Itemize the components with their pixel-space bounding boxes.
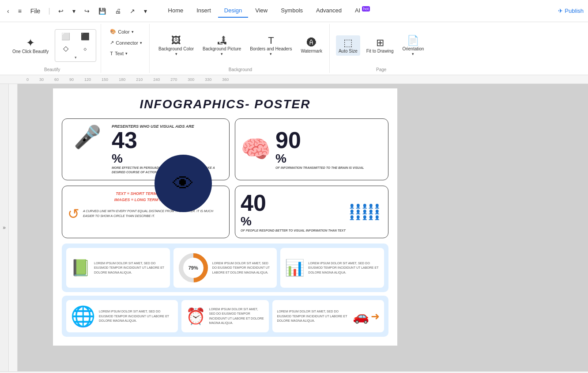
- ribbon-format-section: 🎨 Color ▾ ↗ Connector ▾ T Text ▾: [103, 24, 150, 73]
- beautify-label: One Click Beautify: [12, 49, 49, 54]
- shape-more-btn[interactable]: ▾: [57, 55, 94, 60]
- tab-advanced[interactable]: Advanced: [310, 4, 348, 17]
- shape-btn-2[interactable]: ⬛: [76, 31, 94, 42]
- menu-button[interactable]: ≡: [15, 6, 24, 16]
- person-10: 👤: [374, 209, 380, 214]
- shape-btn-4[interactable]: ⬦: [76, 43, 94, 53]
- print-button[interactable]: 🖨: [112, 6, 124, 16]
- file-button[interactable]: File: [28, 6, 43, 16]
- poster: INFOGRAPHICS- POSTER 🎤 Presenters who us…: [53, 88, 397, 346]
- bg-picture-label: Background Picture: [203, 46, 241, 52]
- one-click-beautify-button[interactable]: ✦ One Click Beautify: [8, 35, 53, 56]
- person-6: 👤: [349, 209, 354, 214]
- network-card: 🌐 LOREM IPSUM DOLOR SIT AMET, SED DO EIU…: [66, 300, 178, 332]
- book-icon: 📗: [71, 259, 90, 277]
- donut-percent: 79%: [188, 265, 198, 270]
- ruler-mark-6: 180: [119, 77, 125, 82]
- export-button[interactable]: ↗: [127, 6, 138, 16]
- orientation-label: Orientation: [402, 46, 424, 52]
- eye-symbol: 👁: [173, 171, 194, 196]
- people-grid: 👤 👤 👤 👤 👤 👤 👤 👤 👤 👤 👤 👤 👤 👤: [349, 204, 380, 220]
- background-picture-button[interactable]: 🏞 Background Picture ▾: [200, 33, 244, 58]
- fit-drawing-button[interactable]: ⊞ Fit to Drawing: [364, 35, 396, 56]
- donut-text: LOREM IPSUM DOLOR SIT AMET, SED DO EIUSM…: [212, 261, 273, 275]
- status-bar: [0, 371, 588, 373]
- tab-symbols[interactable]: Symbols: [275, 4, 309, 17]
- stat90-number: 90: [275, 127, 301, 153]
- color-icon: 🎨: [110, 29, 116, 34]
- more-button[interactable]: ▾: [141, 6, 150, 16]
- stat40-percent: %: [241, 214, 346, 228]
- clock-card: ⏰ LOREM IPSUM DOLOR SIT AMET, SED DO EIU…: [181, 300, 269, 332]
- orientation-button[interactable]: 📄 Orientation ▾: [400, 33, 426, 58]
- ruler-mark-0: 0: [26, 77, 29, 82]
- beautify-icon: ✦: [26, 37, 35, 49]
- undo-dropdown[interactable]: ▾: [70, 6, 78, 16]
- title-bar: ‹ ≡ File | ↩ ▾ ↪ 💾 🖨 ↗ ▾ Home Insert Des…: [0, 0, 588, 22]
- person-9: 👤: [368, 209, 373, 214]
- stat90-desc: Of information transmitted to the brain …: [275, 166, 364, 170]
- person-3: 👤: [362, 204, 367, 209]
- back-button[interactable]: ‹: [4, 6, 12, 16]
- save-button[interactable]: 💾: [96, 6, 109, 16]
- ruler-mark-9: 270: [170, 77, 177, 82]
- text-label: Text: [115, 51, 124, 56]
- color-label: Color: [118, 29, 129, 34]
- network-text: LOREM IPSUM DOLOR SIT AMET, SED DO EIUSM…: [99, 309, 173, 324]
- borders-headers-button[interactable]: T Borders and Headers ▾: [247, 33, 294, 58]
- tab-home[interactable]: Home: [162, 4, 190, 17]
- background-color-button[interactable]: 🖼 Background Color ▾: [156, 33, 196, 58]
- text-icon: T: [110, 51, 113, 56]
- person-4: 👤: [368, 204, 373, 209]
- text-button[interactable]: T Text ▾: [107, 49, 130, 57]
- undo-button[interactable]: ↩: [56, 6, 66, 16]
- clock-icon: ⏰: [186, 307, 206, 326]
- person-7: 👤: [355, 209, 361, 214]
- person-11: 👤: [349, 215, 354, 220]
- beautify-section-label: Beautify: [44, 67, 60, 73]
- shape-icon-4: ⬦: [83, 45, 87, 53]
- tab-view[interactable]: View: [249, 4, 274, 17]
- stat-90-card: 🧠 90 % Of information transmitted to the…: [235, 118, 388, 180]
- ruler-top: 0 30 60 90 120 150 180 210 240 270 300 3…: [0, 75, 588, 84]
- ruler-mark-2: 60: [54, 77, 59, 82]
- ruler-mark-10: 300: [188, 77, 194, 82]
- brain-icon: 🧠: [241, 135, 271, 164]
- borders-icon: T: [268, 35, 274, 46]
- tab-insert[interactable]: Insert: [190, 4, 217, 17]
- sidebar-toggle[interactable]: »: [0, 84, 9, 371]
- ai-hot-badge: hot: [362, 6, 370, 11]
- clock-text: LOREM IPSUM DOLOR SIT AMET, SED DO EIUSM…: [209, 307, 265, 326]
- presenter-icon: 🎤: [74, 124, 101, 150]
- ruler-mark-11: 330: [205, 77, 211, 82]
- ruler-mark-8: 240: [153, 77, 160, 82]
- sidebar-toggle-icon: »: [3, 225, 6, 231]
- car-text: LOREM IPSUM DOLOR SIT AMET, SED DO EIUSM…: [277, 309, 349, 324]
- tab-design[interactable]: Design: [218, 4, 248, 17]
- ribbon-beautify-section: ✦ One Click Beautify ⬜ ⬛ ◇: [4, 24, 101, 73]
- shape-btn-3[interactable]: ◇: [57, 43, 75, 53]
- bottom-section-1: 📗 LOREM IPSUM DOLOR SIT AMET, SED DO EIU…: [62, 244, 388, 292]
- canvas-wrapper[interactable]: 👁 INFOGRAPHICS- POSTER 🎤 Presenters who …: [18, 84, 588, 371]
- table-icon: 📊: [285, 259, 305, 277]
- publish-button[interactable]: ✈ Publish: [558, 8, 584, 14]
- auto-size-button[interactable]: ⬚ Auto Size: [336, 35, 360, 56]
- watermark-button[interactable]: 🅐 Watermark: [298, 35, 325, 56]
- auto-size-label: Auto Size: [339, 49, 358, 54]
- ruler-mark-7: 210: [136, 77, 143, 82]
- person-8: 👤: [362, 209, 367, 214]
- color-button[interactable]: 🎨 Color ▾: [107, 27, 136, 36]
- memory-desc: A curved line with every point equal dis…: [83, 209, 224, 218]
- connector-button[interactable]: ↗ Connector ▾: [107, 38, 145, 47]
- auto-size-icon: ⬚: [343, 37, 353, 49]
- watermark-icon: 🅐: [307, 37, 317, 49]
- tab-ai[interactable]: AI hot: [349, 4, 376, 17]
- bg-picture-icon: 🏞: [217, 35, 227, 46]
- watermark-label: Watermark: [301, 49, 322, 54]
- background-section-label: Background: [229, 67, 252, 73]
- person-2: 👤: [355, 204, 361, 209]
- redo-button[interactable]: ↪: [82, 6, 92, 16]
- ruler-mark-5: 150: [102, 77, 108, 82]
- stat40-number: 40: [241, 190, 266, 216]
- shape-btn-1[interactable]: ⬜: [57, 31, 75, 42]
